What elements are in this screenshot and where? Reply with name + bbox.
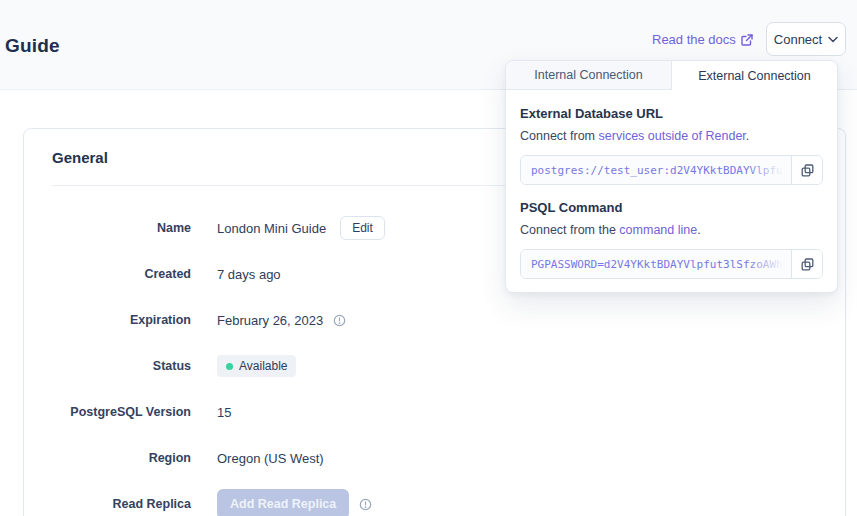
page-title: Guide [5, 35, 60, 57]
row-region-label: Region [52, 451, 191, 465]
read-the-docs-link[interactable]: Read the docs [652, 32, 753, 47]
add-read-replica-button[interactable]: Add Read Replica [217, 489, 349, 516]
row-postgres-version: PostgreSQL Version 15 [52, 389, 817, 435]
status-dot-icon [226, 363, 233, 370]
copy-icon [801, 164, 814, 177]
row-expiration-label: Expiration [52, 313, 191, 327]
status-badge-label: Available [239, 359, 287, 373]
psql-command-field[interactable]: PGPASSWORD=d2V4YKktBDAYVlpfut3lSfzoAWhwb… [521, 250, 791, 278]
copy-database-url-button[interactable] [791, 156, 822, 184]
external-database-url-group: postgres://test_user:d2V4YKktBDAYVlpfut3… [520, 155, 823, 185]
row-status-label: Status [52, 359, 191, 373]
edit-name-button[interactable]: Edit [340, 216, 385, 240]
external-database-url-desc: Connect from services outside of Render. [520, 129, 823, 143]
row-read-replica-label: Read Replica [52, 497, 191, 511]
database-name-value: London Mini Guide [217, 221, 326, 236]
row-name-label: Name [52, 221, 191, 235]
tab-internal-connection[interactable]: Internal Connection [506, 61, 672, 90]
psql-command-desc: Connect from the command line. [520, 223, 823, 237]
psql-command-group: PGPASSWORD=d2V4YKktBDAYVlpfut3lSfzoAWhwb… [520, 249, 823, 279]
external-link-icon [741, 34, 753, 46]
services-outside-render-link[interactable]: services outside of Render [599, 129, 746, 143]
connect-popover: Internal Connection External Connection … [505, 60, 838, 293]
expiration-info-icon[interactable] [333, 314, 346, 327]
read-replica-info-icon[interactable] [359, 498, 372, 511]
desc-text: Connect from the [520, 223, 619, 237]
psql-command-heading: PSQL Command [520, 200, 823, 215]
status-badge: Available [217, 355, 296, 377]
created-value: 7 days ago [217, 267, 281, 282]
connect-button-label: Connect [774, 32, 822, 47]
command-line-link[interactable]: command line [619, 223, 697, 237]
psql-command-value: PGPASSWORD=d2V4YKktBDAYVlpfut3lSfzoAWhwb… [531, 258, 791, 271]
row-expiration: Expiration February 26, 2023 [52, 297, 817, 343]
desc-text: . [746, 129, 749, 143]
chevron-down-icon [828, 36, 838, 43]
region-value: Oregon (US West) [217, 451, 324, 466]
copy-icon [801, 258, 814, 271]
row-region: Region Oregon (US West) [52, 435, 817, 481]
row-status: Status Available [52, 343, 817, 389]
tab-external-connection[interactable]: External Connection [672, 61, 837, 90]
external-database-url-value: postgres://test_user:d2V4YKktBDAYVlpfut3… [531, 164, 791, 177]
connection-tabs: Internal Connection External Connection [506, 61, 837, 90]
row-read-replica: Read Replica Add Read Replica [52, 481, 817, 516]
read-the-docs-label: Read the docs [652, 32, 736, 47]
row-created-label: Created [52, 267, 191, 281]
desc-text: . [697, 223, 700, 237]
row-postgres-version-label: PostgreSQL Version [52, 405, 191, 419]
connect-button[interactable]: Connect [766, 22, 846, 56]
desc-text: Connect from [520, 129, 599, 143]
external-database-url-heading: External Database URL [520, 106, 823, 121]
external-database-url-field[interactable]: postgres://test_user:d2V4YKktBDAYVlpfut3… [521, 156, 791, 184]
postgres-version-value: 15 [217, 405, 231, 420]
expiration-value: February 26, 2023 [217, 313, 323, 328]
copy-psql-command-button[interactable] [791, 250, 822, 278]
